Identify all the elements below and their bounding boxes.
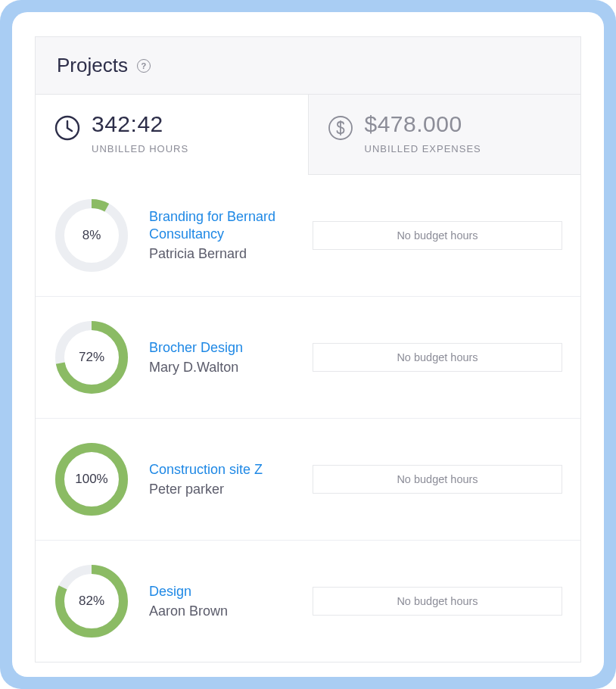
- project-name-link[interactable]: Branding for Bernard Consultancy: [149, 208, 293, 242]
- project-info: DesignAaron Brown: [149, 583, 293, 620]
- progress-donut: 8%: [54, 198, 129, 273]
- progress-percent: 8%: [54, 198, 129, 273]
- progress-donut: 100%: [54, 441, 129, 517]
- progress-donut: 72%: [54, 320, 129, 395]
- panel-header: Projects ?: [36, 37, 580, 95]
- stat-unbilled-expenses[interactable]: $478.000 UNBILLED EXPENSES: [308, 95, 581, 175]
- outer-frame: Projects ? 342:42 UNBILLED HOURS: [0, 0, 616, 689]
- panel-title: Projects: [57, 54, 128, 77]
- project-name-link[interactable]: Design: [149, 583, 293, 600]
- stat-expenses-label: UNBILLED EXPENSES: [365, 143, 481, 154]
- stats-row: 342:42 UNBILLED HOURS $478.000: [36, 95, 580, 175]
- project-row: 100%Construction site ZPeter parkerNo bu…: [36, 418, 580, 540]
- project-client: Mary D.Walton: [149, 359, 293, 376]
- project-info: Construction site ZPeter parker: [149, 461, 293, 498]
- project-row: 8%Branding for Bernard ConsultancyPatric…: [36, 175, 580, 296]
- dollar-icon: [327, 114, 354, 142]
- progress-percent: 100%: [54, 441, 129, 517]
- project-info: Branding for Bernard ConsultancyPatricia…: [149, 208, 293, 263]
- help-icon[interactable]: ?: [137, 59, 151, 73]
- stat-hours-value: 342:42: [92, 111, 188, 137]
- projects-panel: Projects ? 342:42 UNBILLED HOURS: [35, 36, 581, 662]
- budget-hours-box: No budget hours: [313, 343, 562, 372]
- projects-list: 8%Branding for Bernard ConsultancyPatric…: [36, 175, 580, 662]
- project-row: 82%DesignAaron BrownNo budget hours: [36, 540, 580, 662]
- inner-card: Projects ? 342:42 UNBILLED HOURS: [12, 12, 604, 677]
- project-name-link[interactable]: Construction site Z: [149, 461, 293, 479]
- budget-hours-box: No budget hours: [313, 465, 562, 494]
- project-name-link[interactable]: Brocher Design: [149, 339, 293, 357]
- project-row: 72%Brocher DesignMary D.WaltonNo budget …: [36, 296, 580, 418]
- stat-expenses-text: $478.000 UNBILLED EXPENSES: [365, 111, 481, 154]
- stat-expenses-value: $478.000: [365, 111, 481, 137]
- clock-icon: [54, 114, 81, 142]
- stat-unbilled-hours[interactable]: 342:42 UNBILLED HOURS: [36, 95, 308, 175]
- progress-donut: 82%: [54, 563, 129, 639]
- budget-hours-box: No budget hours: [313, 587, 562, 616]
- project-client: Patricia Bernard: [149, 245, 293, 263]
- project-client: Peter parker: [149, 481, 293, 498]
- stat-hours-text: 342:42 UNBILLED HOURS: [92, 111, 188, 154]
- stat-hours-label: UNBILLED HOURS: [92, 143, 188, 154]
- project-info: Brocher DesignMary D.Walton: [149, 339, 293, 376]
- project-client: Aaron Brown: [149, 603, 293, 620]
- budget-hours-box: No budget hours: [313, 221, 562, 250]
- progress-percent: 82%: [54, 563, 129, 639]
- progress-percent: 72%: [54, 320, 129, 395]
